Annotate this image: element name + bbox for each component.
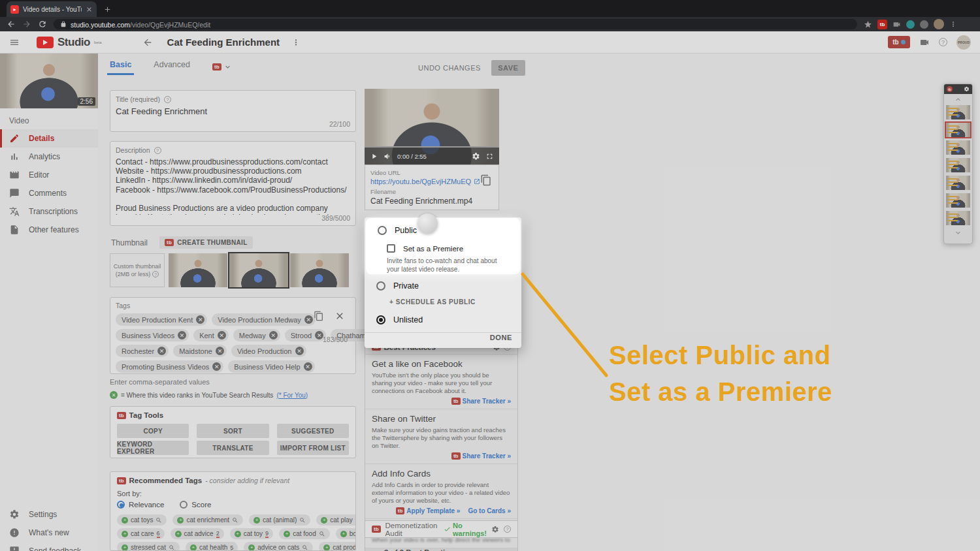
private-radio-icon[interactable] (376, 281, 385, 291)
tag-chip[interactable]: Business Video Help✕ (228, 360, 314, 373)
remove-tag-icon[interactable]: ✕ (304, 362, 312, 371)
scroll-up-icon[interactable] (954, 95, 962, 104)
description-help-icon[interactable]: ? (154, 147, 161, 154)
panel-video-thumb[interactable] (946, 211, 970, 225)
browser-profile-avatar[interactable] (934, 19, 944, 29)
recommended-tag[interactable]: +advice on cats (244, 542, 313, 551)
tag-chip[interactable]: Maidstone✕ (173, 345, 227, 357)
remove-tag-icon[interactable]: ✕ (218, 331, 226, 339)
for-you-link[interactable]: (* For You) (276, 392, 308, 399)
suggested-button[interactable]: SUGGESTED (277, 424, 349, 438)
go-to-cards-link[interactable]: Go to Cards » (468, 507, 511, 514)
sidebar-item-analytics[interactable]: Analytics (0, 148, 98, 166)
sidebar-item-other-features[interactable]: Other features (0, 221, 98, 239)
panel-video-thumb[interactable] (946, 176, 970, 190)
create-video-icon[interactable] (919, 37, 930, 48)
import-from-list-button[interactable]: IMPORT FROM LIST (277, 441, 349, 455)
auto-thumbnail-3[interactable] (290, 253, 349, 287)
auto-thumbnail-1[interactable] (169, 253, 227, 287)
sidebar-item-send-feedback[interactable]: Send feedback (0, 542, 98, 551)
recommended-tag[interactable]: +bored cat (336, 528, 356, 539)
panel-video-thumb[interactable] (946, 140, 970, 155)
recommended-tag[interactable]: +cat play (316, 514, 356, 526)
recommended-tag[interactable]: +cat toys (117, 514, 167, 526)
undo-changes-button[interactable]: UNDO CHANGES (418, 64, 481, 72)
translate-button[interactable]: TRANSLATE (197, 441, 269, 455)
unlisted-option[interactable]: Unlisted (376, 315, 423, 324)
search-icon[interactable] (155, 517, 162, 524)
extension-icon[interactable] (906, 20, 915, 29)
apply-template-link[interactable]: tbApply Template » (396, 507, 461, 514)
browser-tab[interactable]: ▸ Video details - YouTube Studio (7, 1, 97, 17)
premiere-checkbox-icon[interactable] (387, 244, 395, 253)
tag-chip[interactable]: Kent✕ (193, 329, 229, 341)
search-icon[interactable] (355, 517, 356, 524)
tag-chip[interactable]: Promoting Business Videos✕ (116, 360, 223, 373)
player-settings-icon[interactable] (472, 152, 480, 161)
remove-tag-icon[interactable]: ✕ (212, 362, 221, 371)
remove-tag-icon[interactable]: ✕ (216, 347, 224, 355)
tag-chip[interactable]: Medway✕ (233, 329, 280, 341)
done-button[interactable]: DONE (490, 334, 512, 341)
bookmark-star-icon[interactable] (864, 20, 872, 29)
private-option[interactable]: Private (376, 281, 419, 291)
premiere-option[interactable]: Set as a Premiere (366, 235, 520, 253)
tag-chip[interactable]: Business Videos✕ (116, 329, 189, 341)
schedule-as-public-link[interactable]: + SCHEDULE AS PUBLIC (389, 298, 476, 306)
custom-thumbnail-upload[interactable]: Custom thumbnail (2MB or less)? (110, 253, 165, 287)
search-icon[interactable] (319, 531, 325, 537)
audit-settings-icon[interactable] (491, 526, 499, 533)
tubebuddy-extension-icon[interactable]: tb (877, 20, 887, 29)
recommended-tag[interactable]: +cat health5 (186, 542, 238, 551)
recommended-tag[interactable]: +cat food (279, 528, 330, 539)
tag-chip[interactable]: Rochester✕ (116, 345, 169, 357)
clear-tags-icon[interactable] (335, 311, 345, 321)
tab-tubebuddy[interactable]: tb (212, 63, 232, 71)
create-thumbnail-button[interactable]: tbCREATE THUMBNAIL (159, 236, 253, 249)
sidebar-item-details[interactable]: Details (0, 129, 98, 148)
sidebar-item-editor[interactable]: Editor (0, 166, 98, 184)
tag-chip[interactable]: Strood✕ (285, 329, 326, 341)
panel-video-thumb-current[interactable] (946, 123, 970, 137)
panel-video-thumb[interactable] (946, 158, 970, 172)
recommended-tag[interactable]: +stressed cat (117, 542, 180, 551)
title-input[interactable]: Cat Feeding Enrichment (116, 106, 350, 116)
recommended-tag[interactable]: +cat enrichment (172, 514, 243, 526)
play-icon[interactable] (370, 152, 378, 161)
sort-relevance-radio[interactable]: Relevance (117, 501, 164, 509)
share-tracker-link[interactable]: tbShare Tracker » (451, 398, 511, 405)
sidebar-item-whats-new[interactable]: What's new (0, 524, 98, 542)
recommended-tag[interactable]: +cat advice2 (171, 528, 224, 539)
extension-icon[interactable] (892, 20, 901, 29)
remove-tag-icon[interactable]: ✕ (157, 347, 166, 355)
panel-gear-icon[interactable] (964, 86, 970, 92)
sort-score-radio[interactable]: Score (180, 501, 211, 509)
tag-chip[interactable]: Video Production Medway✕ (212, 313, 316, 326)
audit-help-icon[interactable]: ? (504, 526, 511, 533)
copy-url-icon[interactable] (480, 174, 492, 186)
extension-icon[interactable] (920, 20, 928, 29)
volume-icon[interactable] (384, 152, 392, 161)
recommended-tag[interactable]: +cat products (319, 542, 356, 551)
search-icon[interactable] (302, 544, 308, 551)
tab-basic[interactable]: Basic (110, 60, 131, 73)
remove-tag-icon[interactable]: ✕ (269, 331, 278, 339)
back-icon[interactable] (7, 20, 16, 29)
channel-avatar[interactable]: PROUD (956, 35, 971, 50)
share-tracker-link[interactable]: tbShare Tracker » (451, 452, 511, 460)
keyword-explorer-button[interactable]: KEYWORD EXPLORER (117, 441, 189, 455)
search-icon[interactable] (169, 544, 175, 551)
help-icon[interactable]: ? (939, 38, 947, 46)
tubebuddy-header-badge[interactable]: tb (888, 36, 910, 48)
title-kebab-icon[interactable] (291, 38, 301, 47)
panel-video-thumb[interactable] (946, 193, 970, 208)
recommended-tag[interactable]: +cat care6 (117, 528, 165, 539)
new-tab-icon[interactable] (103, 5, 112, 14)
recommended-tag[interactable]: +cat toy9 (230, 528, 273, 539)
video-url-link[interactable]: https://youtu.be/QgEvjHZMuEQ (370, 178, 493, 185)
tab-advanced[interactable]: Advanced (154, 60, 190, 73)
copy-tags-icon[interactable] (314, 311, 324, 321)
sort-button[interactable]: SORT (197, 424, 269, 438)
url-bar[interactable]: studio.youtube.com/video/QgEvjHZMuEQ/edi… (54, 19, 857, 29)
chrome-menu-icon[interactable] (949, 20, 957, 28)
